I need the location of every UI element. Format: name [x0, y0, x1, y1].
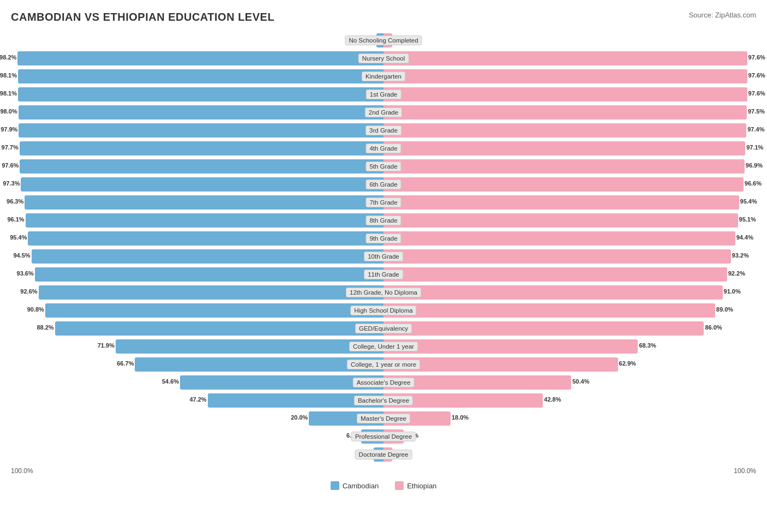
bar-row-inner: 12th Grade, No Diploma92.6%91.0% [11, 284, 756, 301]
left-bar-cambodian [26, 213, 384, 228]
bar-row: 11th Grade93.6%92.2% [11, 266, 756, 283]
bar-row: 10th Grade94.5%93.2% [11, 248, 756, 265]
right-bar-ethiopian [384, 141, 745, 156]
value-right: 97.6% [748, 54, 765, 61]
bar-label: 11th Grade [364, 270, 403, 279]
value-right: 62.9% [619, 360, 636, 367]
left-bar-cambodian [21, 177, 384, 192]
bar-label: GED/Equivalency [355, 324, 412, 333]
bar-row-inner: 6th Grade97.3%96.6% [11, 176, 756, 193]
value-left: 94.5% [13, 252, 30, 259]
bar-row-inner: 2nd Grade98.0%97.5% [11, 104, 756, 121]
bar-row: High School Diploma90.8%89.0% [11, 302, 756, 319]
legend: Cambodian Ethiopian [11, 481, 756, 490]
bar-row: Kindergarten98.1%97.6% [11, 68, 756, 85]
right-bar-ethiopian [384, 159, 745, 174]
bar-label: 9th Grade [365, 234, 401, 243]
left-bar-cambodian [39, 285, 384, 300]
value-left: 95.4% [10, 234, 27, 241]
right-bar-ethiopian [384, 231, 735, 246]
right-bar-ethiopian [384, 339, 638, 354]
legend-item-ethiopian: Ethiopian [395, 481, 436, 490]
left-bar-cambodian [45, 303, 384, 318]
left-bar-cambodian [28, 231, 384, 246]
bar-row: 4th Grade97.7%97.1% [11, 140, 756, 157]
right-bar-ethiopian [384, 321, 704, 336]
bar-row-inner: College, Under 1 year71.9%68.3% [11, 338, 756, 355]
left-bar-cambodian [19, 123, 384, 138]
right-bar-ethiopian [384, 87, 747, 101]
chart-area: No Schooling Completed1.9%2.4%Nursery Sc… [11, 32, 756, 463]
bar-row-inner: 5th Grade97.6%96.9% [11, 158, 756, 175]
value-left: 97.9% [1, 126, 17, 133]
value-left: 98.1% [0, 90, 17, 97]
left-bar-cambodian [55, 321, 384, 336]
bar-row: Associate's Degree54.6%50.4% [11, 374, 756, 391]
bar-label: Kindergarten [362, 71, 405, 81]
bar-row: 8th Grade96.1%95.1% [11, 212, 756, 229]
axis-labels: 100.0% 100.0% [11, 467, 756, 475]
left-bar-cambodian [18, 87, 384, 101]
bar-label: 8th Grade [365, 216, 401, 225]
value-right: 91.0% [724, 288, 741, 295]
left-bar-cambodian [18, 69, 384, 83]
value-right: 95.4% [740, 198, 757, 205]
bar-row: 5th Grade97.6%96.9% [11, 158, 756, 175]
bar-row: Bachelor's Degree47.2%42.8% [11, 392, 756, 409]
left-bar-cambodian [17, 51, 384, 65]
right-bar-ethiopian [384, 195, 739, 210]
right-bar-ethiopian [384, 105, 747, 119]
bar-label: High School Diploma [350, 306, 416, 315]
bar-row: 9th Grade95.4%94.4% [11, 230, 756, 247]
bar-row-inner: 10th Grade94.5%93.2% [11, 248, 756, 265]
right-bar-ethiopian [384, 285, 723, 300]
value-right: 97.5% [748, 108, 765, 115]
bar-row-inner: Bachelor's Degree47.2%42.8% [11, 392, 756, 409]
ethiopian-color-swatch [395, 481, 404, 490]
bar-label: 5th Grade [365, 162, 401, 171]
value-left: 66.7% [117, 360, 134, 367]
left-bar-cambodian [19, 105, 384, 119]
left-bar-cambodian [25, 195, 384, 210]
bar-row: College, 1 year or more66.7%62.9% [11, 356, 756, 373]
bar-label: Professional Degree [351, 432, 416, 441]
value-left: 92.6% [20, 288, 37, 295]
bar-row: 6th Grade97.3%96.6% [11, 176, 756, 193]
bar-row-inner: High School Diploma90.8%89.0% [11, 302, 756, 319]
value-left: 96.3% [7, 198, 23, 205]
ethiopian-label: Ethiopian [407, 482, 436, 490]
value-left: 93.6% [17, 270, 34, 277]
value-right: 95.1% [739, 216, 756, 223]
value-left: 20.0% [291, 414, 308, 421]
cambodian-label: Cambodian [343, 482, 379, 490]
value-left: 54.6% [162, 378, 179, 385]
value-right: 89.0% [716, 306, 733, 313]
bar-label: Associate's Degree [353, 378, 415, 387]
bar-row-inner: 8th Grade96.1%95.1% [11, 212, 756, 229]
left-bar-cambodian [135, 357, 384, 372]
bar-label: 7th Grade [365, 198, 401, 207]
bar-row: 12th Grade, No Diploma92.6%91.0% [11, 284, 756, 301]
bar-row-inner: Kindergarten98.1%97.6% [11, 68, 756, 85]
value-right: 97.1% [746, 144, 763, 151]
value-right: 68.3% [639, 342, 656, 349]
value-right: 93.2% [732, 252, 749, 259]
value-right: 97.4% [747, 126, 764, 133]
value-right: 97.6% [748, 72, 765, 79]
right-bar-ethiopian [384, 69, 747, 83]
chart-container: CAMBODIAN VS ETHIOPIAN EDUCATION LEVEL S… [11, 11, 756, 490]
axis-label-right: 100.0% [734, 467, 756, 475]
left-bar-cambodian [20, 141, 384, 156]
value-left: 96.1% [7, 216, 24, 223]
source-text: Source: ZipAtlas.com [688, 11, 756, 19]
value-left: 97.6% [2, 162, 19, 169]
bar-row-inner: 1st Grade98.1%97.6% [11, 86, 756, 103]
bar-row: Doctorate Degree2.6%2.3% [11, 446, 756, 463]
right-bar-ethiopian [384, 249, 731, 264]
bar-row: 3rd Grade97.9%97.4% [11, 122, 756, 139]
bar-label: Doctorate Degree [355, 450, 412, 459]
bar-label: College, 1 year or more [347, 360, 420, 369]
left-bar-cambodian [32, 249, 384, 264]
bar-row: 2nd Grade98.0%97.5% [11, 104, 756, 121]
value-right: 96.9% [746, 162, 763, 169]
